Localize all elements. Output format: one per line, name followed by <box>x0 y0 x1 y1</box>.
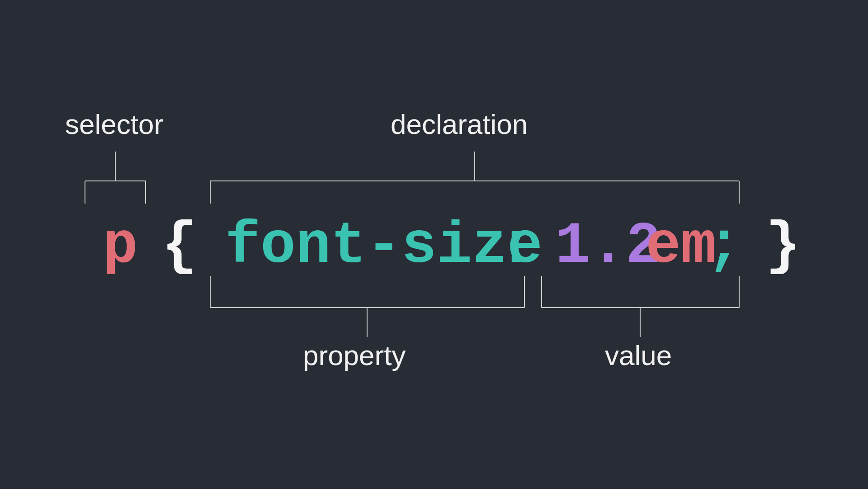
label-declaration: declaration <box>391 110 528 138</box>
bracket-declaration <box>210 152 739 204</box>
css-anatomy-diagram: selector declaration p { font-size : 1.2… <box>0 0 868 489</box>
code-value-number: 1.2 <box>555 217 661 276</box>
label-selector: selector <box>65 110 163 138</box>
code-brace-open: { <box>162 217 197 276</box>
code-colon: : <box>498 217 533 276</box>
code-selector: p <box>103 217 138 276</box>
bracket-property <box>210 276 524 337</box>
code-property: font-size <box>225 217 542 276</box>
code-value-unit: em <box>646 217 716 276</box>
label-property: property <box>303 342 406 370</box>
bracket-selector <box>85 152 146 204</box>
bracket-value <box>542 276 739 337</box>
label-value: value <box>605 342 672 370</box>
code-semicolon: ; <box>706 217 741 276</box>
code-brace-close: } <box>765 217 801 276</box>
